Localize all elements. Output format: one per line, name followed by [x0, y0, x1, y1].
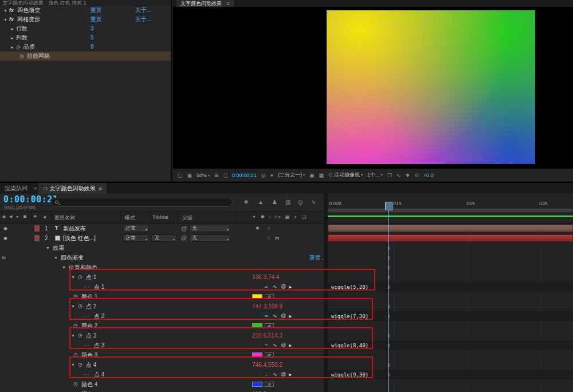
about-effect-link[interactable]: 关于... — [135, 15, 151, 24]
expression-menu-icon[interactable]: ▶ — [289, 282, 292, 292]
color-swatch[interactable] — [252, 382, 262, 387]
monitor-icon[interactable]: ▢ — [178, 173, 183, 178]
playhead-handle[interactable] — [385, 202, 393, 210]
panel-menu-icon[interactable]: ≡ — [99, 185, 102, 191]
monitor-alt-icon[interactable]: ▣ — [187, 173, 193, 178]
chevron-down-icon[interactable]: ▼ — [3, 6, 9, 15]
stopwatch-icon[interactable]: ◷ — [73, 389, 78, 392]
color-property-row[interactable]: ◷ 颜色 3 ⇄ — [0, 350, 324, 360]
color-property-row[interactable]: ◷ 颜色 1 ⇄ — [0, 292, 324, 301]
property-group-row[interactable]: ▼ 位置和颜色 — [0, 262, 324, 272]
quality-switch-icon[interactable]: \ — [268, 224, 269, 233]
expression-enable-icon[interactable]: = — [265, 370, 268, 379]
composition-viewer[interactable] — [173, 7, 573, 168]
trkmat-select[interactable]: 无▾ — [151, 234, 176, 242]
color-property-row[interactable]: ◷ 颜色 4 ⇄ — [0, 379, 324, 389]
swap-colors-icon[interactable]: ⇄ — [265, 352, 274, 358]
stopwatch-icon[interactable]: ◷ — [19, 53, 24, 59]
property-label[interactable]: 点 4 — [86, 360, 96, 370]
property-label[interactable]: 点 2 — [86, 301, 96, 311]
expression-enable-icon[interactable]: = — [265, 311, 268, 321]
parent-select[interactable]: 无▾ — [189, 225, 230, 232]
chevron-down-icon[interactable]: ▼ — [46, 243, 52, 253]
parent-pickwhip-icon[interactable]: @ — [181, 233, 187, 243]
expression-field[interactable]: wiggle(9,30) — [328, 370, 573, 379]
parent-select[interactable]: 无▾ — [189, 234, 230, 242]
property-row-columns[interactable]: ►列数 5 — [0, 33, 171, 42]
effects-group-row[interactable]: ▼ 效果 — [0, 243, 324, 253]
column-layer-name[interactable]: 图层名称 — [54, 214, 75, 222]
composition-tab[interactable]: 文字颜色闪动效果 ≡ — [176, 0, 234, 7]
eye-icon[interactable]: ◉ — [3, 233, 7, 243]
expression-text[interactable]: wiggle(9,30) — [331, 372, 368, 378]
graph-editor-icon[interactable]: ∿ — [311, 199, 316, 205]
expression-graph-icon[interactable]: ∿ — [273, 282, 277, 292]
column-trkmat[interactable]: TrkMat — [152, 214, 168, 220]
swap-colors-icon[interactable]: ⇄ — [265, 382, 274, 387]
expression-label[interactable]: 点 4 — [94, 370, 104, 379]
fast-preview-icon[interactable]: ∿ — [397, 173, 401, 178]
property-label[interactable]: 颜色 1 — [81, 292, 97, 301]
pick-whip-icon[interactable]: @ — [281, 282, 286, 292]
view-layout-select[interactable]: 1个...▾ — [367, 171, 383, 179]
swap-colors-icon[interactable]: ⇄ — [265, 323, 274, 328]
zoom-select[interactable]: 50%▾ — [197, 173, 210, 178]
expression-text[interactable]: wiggle(5,20) — [331, 284, 368, 290]
timeline-track-area[interactable]: 0:00s 01s 02s 03s wiggle(5,20) wiggle(7,… — [328, 194, 573, 392]
camera-select[interactable]: ⊙ 活动摄像机▾ — [328, 171, 363, 179]
chevron-down-icon[interactable]: ▼ — [62, 262, 68, 272]
reset-effect-link[interactable]: 重置 — [91, 6, 102, 15]
point-property-row[interactable]: ▼ ◷ 点 3 210.6,514.3 — [0, 331, 324, 340]
blend-mode-select[interactable]: 正常▾ — [123, 234, 149, 242]
label-color-chip[interactable] — [34, 225, 40, 232]
tab-render-queue[interactable]: 渲染队列 — [0, 183, 32, 194]
resolution-select[interactable]: (二分之一)▾ — [278, 171, 305, 179]
draft-3d-icon[interactable]: ▲ — [258, 199, 264, 205]
color-swatch[interactable] — [252, 352, 262, 358]
property-value[interactable]: 136.3,74.4 — [252, 272, 279, 282]
expression-row[interactable]: ··· 点 2 = ∿ @ ▶ — [0, 311, 324, 321]
stopwatch-icon[interactable]: ◷ — [73, 292, 78, 301]
point-property-row[interactable]: ▼ ◷ 点 4 746.4,550.2 — [0, 360, 324, 370]
preview-timecode[interactable]: 0:00:00:21 — [232, 173, 257, 178]
track-rows[interactable]: wiggle(5,20) wiggle(7,30) wiggle(8,40) w… — [328, 224, 573, 392]
reset-effect-link[interactable]: 重置 — [91, 15, 102, 24]
eye-icon[interactable]: ◉ — [3, 224, 7, 233]
chevron-right-icon[interactable]: ► — [10, 43, 16, 52]
layer-name[interactable]: [浅色 红色...] — [63, 233, 96, 243]
snapshot-icon[interactable]: ◎ — [261, 173, 266, 178]
expression-text[interactable]: wiggle(7,30) — [331, 313, 368, 319]
motion-blur-icon[interactable]: ◎ — [298, 199, 303, 205]
chevron-down-icon[interactable]: ▼ — [71, 360, 77, 370]
expression-row[interactable]: ··· 点 1 = ∿ @ ▶ — [0, 282, 324, 292]
property-row-distortion-mesh[interactable]: ◷扭曲网格 — [0, 52, 171, 61]
tab-composition-timeline[interactable]: ❒文字颜色闪动效果≡ — [38, 183, 107, 194]
layer-duration-bar[interactable] — [328, 234, 573, 242]
effects-group-label[interactable]: 效果 — [53, 243, 64, 253]
blend-mode-select[interactable]: 正常▾ — [123, 225, 149, 232]
fx-icon[interactable]: fx — [9, 17, 14, 22]
expression-text[interactable]: wiggle(8,40) — [331, 343, 368, 348]
frame-blend-icon[interactable]: ▥ — [285, 199, 291, 205]
layer-duration-bar[interactable] — [328, 225, 573, 232]
chevron-down-icon[interactable]: ▼ — [54, 253, 60, 262]
effect-row[interactable]: fx ▼ 四色渐变 重置 ... — [0, 253, 324, 262]
hide-shy-icon[interactable]: ♟ — [272, 199, 277, 205]
grid-options-icon[interactable]: ⊞ — [214, 173, 219, 178]
effect-name[interactable]: 四色渐变 — [61, 253, 84, 262]
expression-menu-icon[interactable]: ▶ — [289, 311, 292, 321]
stopwatch-icon[interactable]: ◷ — [78, 360, 83, 370]
expression-row[interactable]: ··· 点 4 = ∿ @ ▶ — [0, 370, 324, 379]
chevron-right-icon[interactable]: ► — [10, 25, 16, 34]
property-label[interactable]: 颜色 2 — [81, 321, 97, 331]
flowchart-icon[interactable]: ❖ — [405, 173, 410, 178]
expression-menu-icon[interactable]: ▶ — [289, 340, 292, 350]
about-effect-link[interactable]: 关于... — [135, 6, 151, 15]
close-icon[interactable]: × — [32, 186, 38, 191]
panel-divider[interactable] — [324, 194, 328, 392]
rasterize-switch-icon[interactable]: ✱ — [256, 224, 260, 233]
label-color-chip[interactable] — [34, 235, 40, 241]
property-value[interactable]: 746.4,550.2 — [252, 360, 282, 370]
expression-label[interactable]: 点 2 — [94, 311, 104, 321]
region-of-interest-icon[interactable]: ▣ — [309, 173, 315, 178]
